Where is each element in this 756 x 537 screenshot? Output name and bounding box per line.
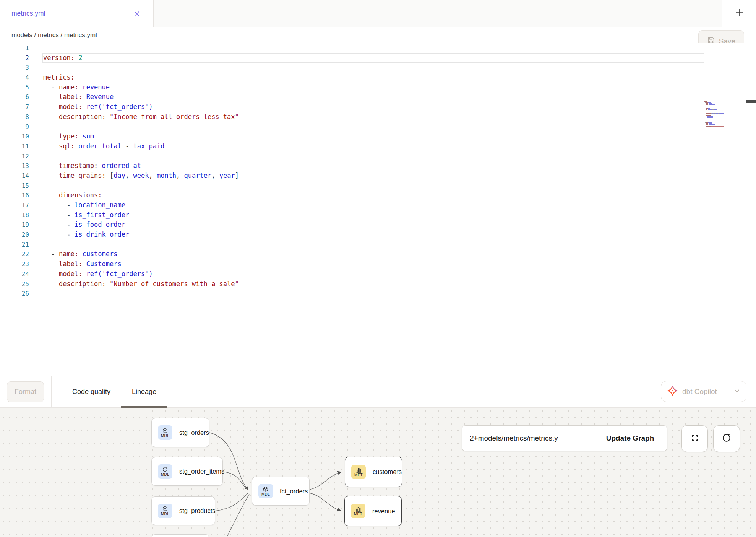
indent-guide	[51, 181, 51, 191]
model-badge: MDL	[158, 425, 172, 440]
lineage-node-stg_orders[interactable]: MDLstg_orders	[151, 418, 209, 447]
dbt-ide-window: metrics.yml models / metrics / metrics.y…	[0, 0, 756, 537]
edge-upstream-to-fct_orders	[221, 494, 249, 537]
badge-label: MET	[354, 473, 363, 477]
overview-ruler-cursor-marker	[746, 100, 756, 103]
code-line[interactable]: 1	[0, 43, 756, 53]
code-line[interactable]: 11 sql: order_total - tax_paid	[0, 142, 756, 151]
tab-metrics-yml[interactable]: metrics.yml	[0, 0, 154, 27]
close-icon[interactable]	[133, 10, 141, 18]
line-number: 21	[0, 240, 29, 250]
code-line[interactable]: 9	[0, 122, 756, 132]
line-number: 16	[0, 190, 29, 200]
line-number: 18	[0, 210, 29, 220]
line-number: 24	[0, 269, 29, 279]
lineage-graph-panel[interactable]: MDLstg_ordersMDLstg_order_itemsMDLstg_pr…	[0, 408, 756, 537]
code-line[interactable]: 3	[0, 63, 756, 73]
code-text: - is_first_order	[43, 210, 129, 220]
code-line[interactable]: 24 model: ref('fct_orders')	[0, 269, 756, 279]
code-line[interactable]: 6 label: Revenue	[0, 92, 756, 102]
tab-code-quality[interactable]: Code quality	[62, 376, 121, 407]
badge-label: MDL	[161, 472, 169, 477]
code-editor[interactable]: 12version: 234metrics:5 - name: revenue6…	[0, 43, 756, 376]
code-text: label: Revenue	[43, 92, 114, 102]
code-line[interactable]: 23 label: Customers	[0, 259, 756, 269]
line-number: 5	[0, 83, 29, 93]
code-text: dimensions:	[43, 190, 102, 200]
code-line[interactable]: 16 dimensions:	[0, 190, 756, 200]
graph-selector-input[interactable]	[462, 426, 593, 451]
code-line[interactable]: 15	[0, 181, 756, 191]
code-line[interactable]: 20 - is_drink_order	[0, 230, 756, 240]
code-text: sql: order_total - tax_paid	[43, 142, 164, 151]
format-button[interactable]: Format	[7, 381, 44, 402]
code-text: model: ref('fct_orders')	[43, 102, 153, 112]
node-label: stg_order_items	[179, 468, 224, 475]
lineage-node-fct_orders[interactable]: MDLfct_orders	[252, 477, 310, 506]
fullscreen-button[interactable]	[681, 425, 708, 452]
tab-strip-background	[154, 0, 722, 27]
code-line[interactable]: 18 - is_first_order	[0, 210, 756, 220]
edge-stg_order_items-to-fct_orders	[223, 472, 248, 490]
code-line[interactable]: 14 time_grains: [day, week, month, quart…	[0, 171, 756, 181]
code-line[interactable]: 5 - name: revenue	[0, 83, 756, 93]
code-line[interactable]: 26	[0, 289, 756, 299]
lineage-node-stg_order_items[interactable]: MDLstg_order_items	[151, 457, 223, 486]
code-line[interactable]: 25 description: "Number of customers wit…	[0, 279, 756, 289]
code-text: timestamp: ordered_at	[43, 161, 141, 171]
code-text: model: ref('fct_orders')	[43, 269, 153, 279]
editor-footer-toolbar: Format Code quality Lineage dbt Copilot	[0, 376, 756, 408]
code-line[interactable]: 4metrics:	[0, 73, 756, 83]
update-graph-button[interactable]: Update Graph	[593, 426, 667, 451]
footer-tabs: Code quality Lineage	[62, 376, 167, 407]
minimap[interactable]	[704, 98, 746, 128]
line-number: 13	[0, 161, 29, 171]
node-label: fct_orders	[280, 488, 308, 495]
node-label: stg_products	[179, 507, 215, 514]
lineage-node-stg_products[interactable]: MDLstg_products	[151, 496, 215, 525]
edge-stg_products-to-fct_orders	[215, 493, 248, 511]
code-text: - name: revenue	[43, 83, 110, 93]
line-number: 9	[0, 122, 29, 132]
line-number: 19	[0, 220, 29, 230]
lineage-node-revenue[interactable]: METrevenue	[344, 496, 402, 526]
lineage-node-customers[interactable]: METcustomers	[345, 457, 402, 487]
edge-fct_orders-to-customers	[310, 472, 341, 490]
fullscreen-icon	[689, 433, 700, 445]
line-number: 3	[0, 63, 29, 73]
line-number: 4	[0, 73, 29, 83]
dbt-copilot-button[interactable]: dbt Copilot	[661, 381, 746, 402]
line-number: 8	[0, 112, 29, 122]
refresh-icon	[721, 432, 732, 445]
code-line[interactable]: 2version: 2	[0, 53, 756, 63]
refresh-button[interactable]	[713, 425, 740, 452]
model-badge: MDL	[158, 504, 172, 518]
code-line[interactable]: 21	[0, 240, 756, 250]
line-number: 1	[0, 43, 29, 53]
tab-lineage[interactable]: Lineage	[121, 376, 167, 407]
indent-guide	[51, 240, 51, 250]
indent-guide	[51, 122, 51, 132]
tab-title: metrics.yml	[11, 10, 45, 18]
code-line[interactable]: 8 description: "Income from all orders l…	[0, 112, 756, 122]
indent-guide	[59, 181, 59, 191]
code-text: - name: customers	[43, 249, 118, 259]
code-line[interactable]: 10 type: sum	[0, 132, 756, 142]
code-line[interactable]: 13 timestamp: ordered_at	[0, 161, 756, 171]
code-line[interactable]: 22 - name: customers	[0, 249, 756, 259]
chevron-down-icon	[734, 388, 740, 395]
code-line[interactable]: 17 - location_name	[0, 200, 756, 210]
code-line[interactable]: 7 model: ref('fct_orders')	[0, 102, 756, 112]
code-line[interactable]: 12	[0, 151, 756, 161]
lineage-node-upstream[interactable]: MDL	[151, 534, 209, 537]
new-tab-button[interactable]	[722, 0, 756, 27]
indent-guide	[59, 122, 59, 132]
model-badge: MDL	[158, 464, 172, 479]
line-number: 11	[0, 142, 29, 151]
code-text: version: 2	[43, 53, 82, 63]
copilot-label: dbt Copilot	[682, 387, 729, 396]
plus-icon	[734, 8, 744, 19]
code-line[interactable]: 19 - is_food_order	[0, 220, 756, 230]
current-line-highlight	[42, 53, 704, 63]
indent-guide	[59, 289, 59, 299]
